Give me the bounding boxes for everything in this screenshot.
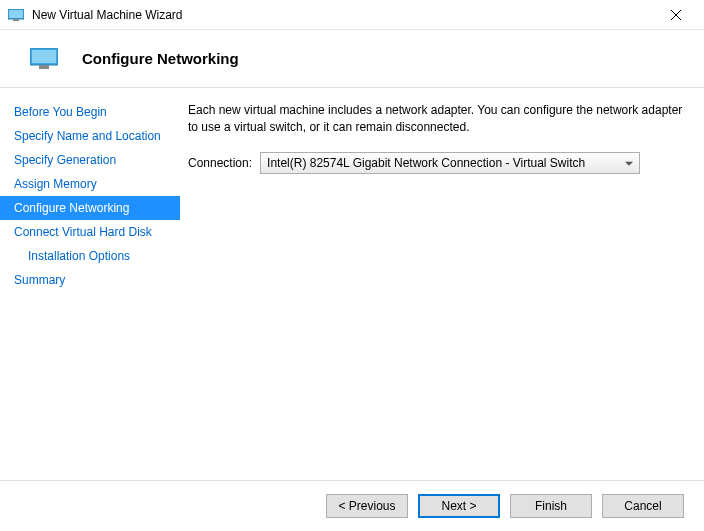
window-title: New Virtual Machine Wizard: [32, 8, 656, 22]
wizard-header: Configure Networking: [0, 30, 704, 87]
connection-label: Connection:: [188, 156, 252, 170]
step-installation-options[interactable]: Installation Options: [0, 244, 180, 268]
close-button[interactable]: [656, 1, 696, 29]
previous-button[interactable]: < Previous: [326, 494, 408, 518]
close-icon: [671, 10, 681, 20]
step-specify-name-location[interactable]: Specify Name and Location: [0, 124, 180, 148]
connection-dropdown[interactable]: Intel(R) 82574L Gigabit Network Connecti…: [260, 152, 640, 174]
wizard-icon: [30, 48, 58, 69]
step-specify-generation[interactable]: Specify Generation: [0, 148, 180, 172]
step-summary[interactable]: Summary: [0, 268, 180, 292]
wizard-content: Each new virtual machine includes a netw…: [180, 88, 704, 480]
next-button[interactable]: Next >: [418, 494, 500, 518]
title-bar: New Virtual Machine Wizard: [0, 0, 704, 30]
connection-row: Connection: Intel(R) 82574L Gigabit Netw…: [188, 152, 684, 174]
svg-rect-6: [32, 50, 56, 63]
wizard-steps-sidebar: Before You Begin Specify Name and Locati…: [0, 88, 180, 480]
wizard-body: Before You Begin Specify Name and Locati…: [0, 88, 704, 480]
description-text: Each new virtual machine includes a netw…: [188, 102, 684, 136]
wizard-footer: < Previous Next > Finish Cancel: [0, 480, 704, 530]
step-connect-vhd[interactable]: Connect Virtual Hard Disk: [0, 220, 180, 244]
svg-rect-1: [9, 10, 23, 18]
step-before-you-begin[interactable]: Before You Begin: [0, 100, 180, 124]
svg-rect-7: [39, 65, 49, 69]
page-title: Configure Networking: [82, 50, 239, 67]
step-assign-memory[interactable]: Assign Memory: [0, 172, 180, 196]
finish-button[interactable]: Finish: [510, 494, 592, 518]
step-configure-networking[interactable]: Configure Networking: [0, 196, 180, 220]
svg-rect-2: [13, 19, 19, 21]
connection-value: Intel(R) 82574L Gigabit Network Connecti…: [267, 156, 585, 170]
cancel-button[interactable]: Cancel: [602, 494, 684, 518]
app-icon: [8, 9, 24, 21]
